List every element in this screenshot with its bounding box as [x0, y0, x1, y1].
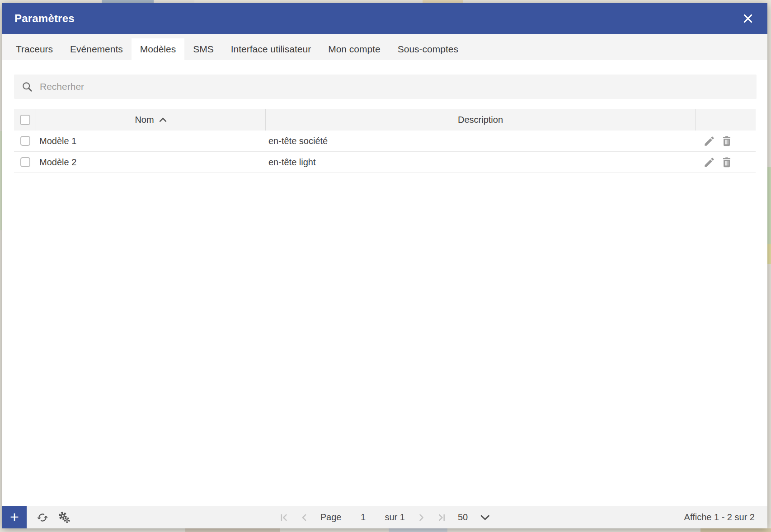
model-description: en-tête société [266, 131, 696, 151]
map-background-fragment [185, 528, 280, 532]
table-header-row: Nom Description [14, 109, 756, 131]
page-size-value: 50 [458, 512, 468, 523]
settings-gear-icon[interactable] [57, 511, 71, 524]
map-background-fragment [102, 0, 154, 3]
dialog-titlebar: Paramètres [2, 3, 767, 34]
tab-evenements[interactable]: Evénements [61, 38, 132, 60]
model-description: en-tête light [266, 152, 696, 173]
bottom-toolbar: + Page sur [2, 506, 767, 528]
page-total-label: sur 1 [385, 512, 405, 523]
tab-content-modeles: Nom Description Modèle 1 en-tête société [2, 60, 767, 506]
map-background-fragment [389, 528, 447, 532]
previous-page-icon[interactable] [300, 513, 308, 522]
sort-ascending-icon [159, 117, 167, 122]
models-table: Nom Description Modèle 1 en-tête société [14, 109, 756, 173]
pagination-bar: Page sur 1 50 [280, 506, 490, 528]
last-page-icon[interactable] [437, 513, 446, 522]
column-header-description[interactable]: Description [266, 109, 696, 131]
page-label: Page [320, 512, 342, 523]
model-name: Modèle 2 [36, 152, 266, 173]
add-model-button[interactable]: + [2, 506, 27, 528]
page-number-input[interactable] [354, 512, 373, 523]
chevron-down-icon [480, 514, 490, 521]
row-checkbox[interactable] [20, 157, 30, 167]
tab-modeles[interactable]: Modèles [132, 38, 184, 60]
delete-icon[interactable] [721, 156, 732, 168]
tab-interface-utilisateur[interactable]: Interface utilisateur [222, 38, 320, 60]
tab-sous-comptes[interactable]: Sous-comptes [389, 38, 467, 60]
refresh-icon[interactable] [37, 512, 48, 523]
search-bar [14, 75, 757, 99]
dialog-title: Paramètres [14, 12, 75, 25]
tab-mon-compte[interactable]: Mon compte [320, 38, 389, 60]
column-header-nom[interactable]: Nom [36, 109, 266, 131]
map-background-fragment [767, 244, 771, 264]
settings-tabbar: Traceurs Evénements Modèles SMS Interfac… [2, 34, 767, 60]
edit-icon[interactable] [703, 156, 715, 168]
map-background-fragment [423, 0, 463, 3]
search-input[interactable] [40, 81, 749, 92]
delete-icon[interactable] [721, 135, 732, 147]
tab-sms[interactable]: SMS [184, 38, 222, 60]
tab-traceurs[interactable]: Traceurs [7, 38, 61, 60]
first-page-icon[interactable] [280, 513, 288, 522]
column-header-actions [696, 109, 756, 131]
table-row[interactable]: Modèle 2 en-tête light [14, 152, 756, 173]
edit-icon[interactable] [703, 135, 715, 147]
page-size-dropdown[interactable]: 50 [458, 512, 490, 523]
record-count-status: Affiche 1 - 2 sur 2 [684, 506, 755, 528]
search-icon [21, 81, 33, 93]
map-background-fragment [700, 528, 771, 532]
map-background-fragment [194, 0, 280, 3]
next-page-icon[interactable] [417, 513, 425, 522]
settings-dialog: Paramètres Traceurs Evénements Modèles S… [2, 3, 767, 528]
model-name: Modèle 1 [36, 131, 266, 151]
table-row[interactable]: Modèle 1 en-tête société [14, 131, 756, 152]
select-all-checkbox[interactable] [20, 115, 30, 125]
table-header-checkbox-cell [14, 109, 36, 131]
map-background-fragment [767, 167, 771, 244]
row-checkbox[interactable] [20, 136, 30, 146]
close-icon[interactable] [742, 13, 754, 24]
